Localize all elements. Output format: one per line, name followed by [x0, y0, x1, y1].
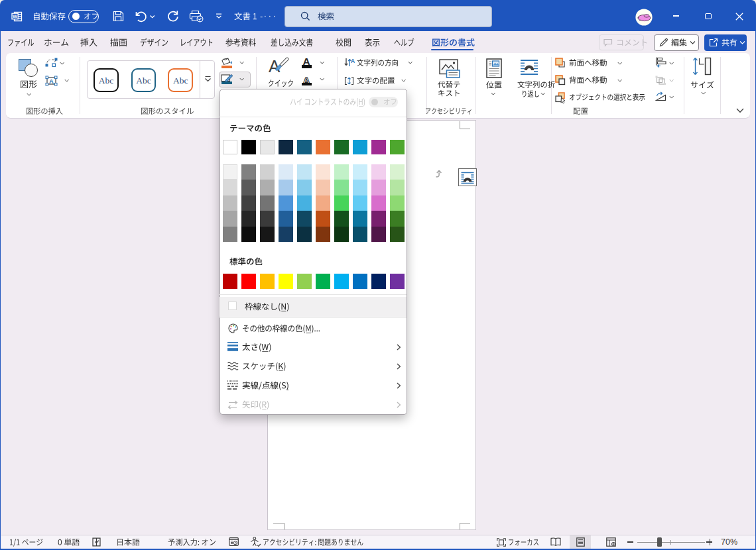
svg-text:A: A	[351, 58, 355, 64]
svg-text:W: W	[13, 13, 18, 19]
svg-text:A: A	[49, 77, 54, 84]
